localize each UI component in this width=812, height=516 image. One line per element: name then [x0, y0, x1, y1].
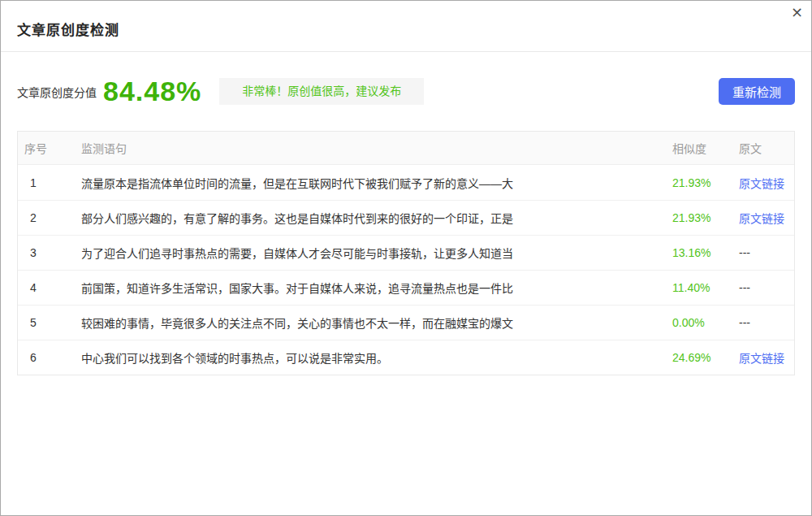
row-index: 6	[18, 351, 81, 364]
table-row: 2 部分人们感兴趣的，有意了解的事务。这也是自媒体时代到来的很好的一个印证，正是…	[18, 200, 794, 235]
row-sentence: 较困难的事情，毕竟很多人的关注点不同，关心的事情也不太一样，而在融媒宝的爆文	[81, 314, 672, 331]
row-similarity: 13.16%	[672, 246, 739, 259]
row-index: 3	[18, 246, 81, 259]
table-row: 6 中心我们可以找到各个领域的时事热点，可以说是非常实用。 24.69% 原文链…	[18, 340, 794, 375]
header-source: 原文	[739, 140, 793, 156]
row-source-link[interactable]: 原文链接	[739, 175, 793, 191]
score-label: 文章原创度分值	[17, 84, 97, 100]
row-similarity: 24.69%	[672, 351, 739, 364]
row-sentence: 中心我们可以找到各个领域的时事热点，可以说是非常实用。	[81, 349, 672, 366]
table-row: 4 前国策，知道许多生活常识，国家大事。对于自媒体人来说，追寻流量热点也是一件比…	[18, 270, 794, 305]
table-row: 5 较困难的事情，毕竟很多人的关注点不同，关心的事情也不太一样，而在融媒宝的爆文…	[18, 305, 794, 340]
table-header-row: 序号 监测语句 相似度 原文	[18, 132, 794, 165]
table-row: 3 为了迎合人们追寻时事热点的需要，自媒体人才会尽可能与时事接轨，让更多人知道当…	[18, 235, 794, 270]
row-source-link: ---	[739, 246, 793, 259]
row-similarity: 0.00%	[672, 316, 739, 329]
close-icon[interactable]: ×	[791, 5, 803, 20]
row-index: 1	[18, 176, 81, 189]
header-similarity: 相似度	[672, 140, 739, 156]
row-index: 2	[18, 211, 81, 224]
row-source-link: ---	[739, 316, 793, 329]
row-sentence: 部分人们感兴趣的，有意了解的事务。这也是自媒体时代到来的很好的一个印证，正是	[81, 210, 672, 226]
header-divider	[1, 51, 811, 52]
row-sentence: 为了迎合人们追寻时事热点的需要，自媒体人才会尽可能与时事接轨，让更多人知道当	[81, 245, 672, 261]
row-sentence: 前国策，知道许多生活常识，国家大事。对于自媒体人来说，追寻流量热点也是一件比	[81, 280, 672, 296]
row-index: 5	[18, 316, 81, 329]
table-row: 1 流量原本是指流体单位时间的流量，但是在互联网时代下被我们赋予了新的意义——大…	[18, 165, 794, 200]
row-source-link[interactable]: 原文链接	[739, 210, 793, 226]
table-body: 1 流量原本是指流体单位时间的流量，但是在互联网时代下被我们赋予了新的意义——大…	[18, 165, 794, 375]
row-source-link: ---	[739, 281, 793, 294]
header-index: 序号	[18, 140, 81, 156]
retest-button[interactable]: 重新检测	[719, 78, 795, 105]
row-index: 4	[18, 281, 81, 294]
dialog-title: 文章原创度检测	[1, 1, 811, 39]
score-value: 84.48%	[103, 78, 201, 105]
row-similarity: 11.40%	[672, 281, 739, 294]
row-source-link[interactable]: 原文链接	[739, 349, 793, 366]
row-sentence: 流量原本是指流体单位时间的流量，但是在互联网时代下被我们赋予了新的意义——大	[81, 175, 672, 191]
header-sentence: 监测语句	[81, 140, 672, 156]
score-section: 文章原创度分值 84.48% 非常棒！原创值很高，建议发布 重新检测	[17, 78, 795, 105]
score-badge: 非常棒！原创值很高，建议发布	[219, 78, 424, 105]
row-similarity: 21.93%	[672, 211, 739, 224]
results-table: 序号 监测语句 相似度 原文 1 流量原本是指流体单位时间的流量，但是在互联网时…	[17, 131, 795, 375]
originality-check-dialog: × 文章原创度检测 文章原创度分值 84.48% 非常棒！原创值很高，建议发布 …	[0, 0, 812, 516]
row-similarity: 21.93%	[672, 176, 739, 189]
